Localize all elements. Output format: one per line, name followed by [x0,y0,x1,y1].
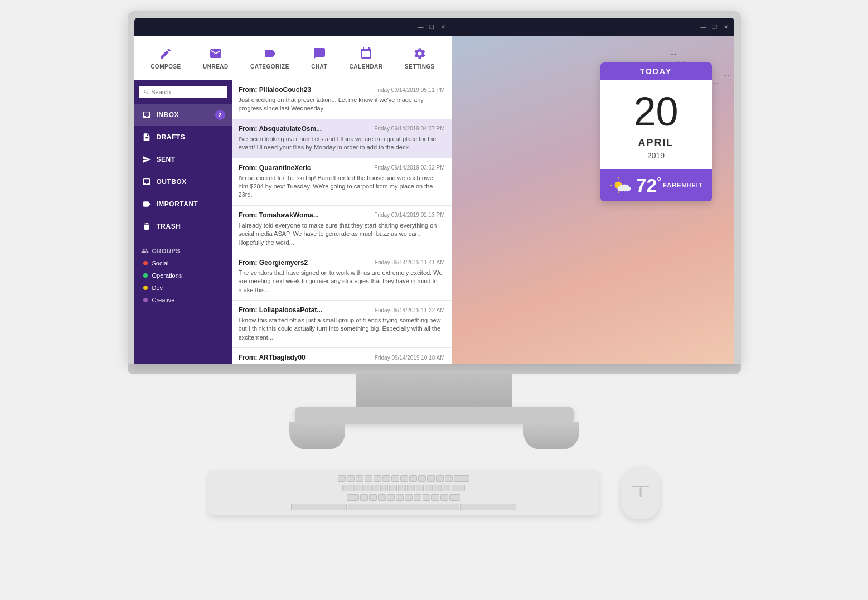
key [452,485,465,491]
chat-icon [312,46,327,61]
operations-label: Operations [152,272,182,279]
key-row-3 [214,494,593,501]
email-from: From: ARTbaglady00 [239,354,306,361]
stand-leg-right [523,422,579,449]
creative-dot [143,298,148,302]
sidebar-item-sent[interactable]: SENT [134,148,232,171]
compose-label: COMPOSE [151,64,181,70]
toolbar-settings[interactable]: SETTINGS [400,43,439,72]
email-item[interactable]: From: ARTbaglady00 Friday 09/14/2019 10:… [232,348,452,364]
search-input[interactable] [151,89,222,95]
weather-label: FARENHEIT [663,182,702,188]
key [423,494,430,501]
groups-section: GROUPS [134,243,232,257]
email-time: Friday 09/14/2019 05:11 PM [374,87,444,93]
toolbar-unread[interactable]: UNREAD [198,43,233,72]
minimize-button[interactable]: — [417,23,425,31]
email-titlebar: — ❐ ✕ [134,18,452,36]
key [338,475,346,482]
windows-row: — ❐ ✕ COMPOSE [134,18,734,364]
email-toolbar: COMPOSE UNREAD [134,36,452,80]
weather-temp: 72 [636,175,657,196]
compose-icon [158,46,173,61]
key [371,485,379,491]
maximize-button[interactable]: ❐ [428,23,436,31]
drafts-icon [141,132,152,143]
sent-icon [141,154,152,165]
key [360,494,368,501]
cal-today-label: TODAY [600,62,712,80]
toolbar-compose[interactable]: COMPOSE [146,43,186,72]
key [362,485,370,491]
search-box[interactable] [139,86,227,98]
desktop-maximize-button[interactable]: ❐ [711,23,719,31]
email-item[interactable]: From: TomahawkWoma... Friday 09/14/2019 … [232,206,452,253]
weather-temp-display: 72° [636,176,662,195]
sent-label: SENT [157,156,176,163]
important-icon [141,199,152,210]
keyboard-area [208,466,660,519]
inbox-icon [141,109,152,120]
key [407,485,415,491]
key [400,475,408,482]
desktop-minimize-button[interactable]: — [700,23,707,31]
stand-leg-left [289,422,345,449]
calendar-icon [358,46,374,61]
spacebar-right [460,504,516,510]
email-from: From: TomahawkWoma... [239,211,319,219]
key [416,485,424,491]
settings-label: SETTINGS [405,64,435,70]
sidebar-item-trash[interactable]: TRASH [134,215,232,238]
sidebar-item-important[interactable]: IMPORTANT [134,193,232,215]
toolbar-categorize[interactable]: CATEGORIZE [246,43,294,72]
key [409,475,417,482]
mouse [621,466,660,519]
email-item[interactable]: From: AbsquatulateOsm... Friday 09/14/20… [232,119,452,158]
email-from: From: AbsquatulateOsm... [239,125,322,133]
key [378,494,386,501]
sidebar-item-drafts[interactable]: DRAFTS [134,126,232,148]
email-time: Friday 09/14/2019 11:41 AM [375,259,445,265]
group-operations[interactable]: Operations [134,269,232,282]
key-row-1 [214,475,593,482]
email-list: From: PillalooCouch23 Friday 09/14/2019 … [232,80,452,364]
keyboard [208,471,599,515]
email-preview: I've been looking over numbers and I thi… [239,135,445,152]
group-creative[interactable]: Creative [134,294,232,306]
group-dev[interactable]: Dev [134,282,232,294]
close-button[interactable]: ✕ [439,23,447,31]
toolbar-chat[interactable]: CHAT [307,43,332,72]
key [353,485,361,491]
sidebar-item-inbox[interactable]: INBOX 2 [134,104,232,126]
monitor-stand-legs [289,422,579,449]
email-preview: I know this started off as just a small … [239,316,445,342]
key [347,475,355,482]
toolbar-calendar[interactable]: CALENDAR [345,43,387,72]
key [449,494,460,501]
key [418,475,426,482]
key [443,485,450,491]
desktop-titlebar: — ❐ ✕ [452,18,734,36]
inbox-label: INBOX [157,111,180,119]
key [396,494,404,501]
desktop-window: — ❐ ✕ [452,18,734,364]
desktop-close-button[interactable]: ✕ [722,23,730,31]
email-item[interactable]: From: PillalooCouch23 Friday 09/14/2019 … [232,80,452,119]
screen: — ❐ ✕ COMPOSE [134,18,734,364]
chat-label: CHAT [311,64,327,70]
sidebar-item-outbox[interactable]: OUTBOX [134,171,232,193]
email-item[interactable]: From: LollapaloosaPotat... Friday 09/14/… [232,301,452,348]
key [342,485,352,491]
key [374,475,381,482]
outbox-label: OUTBOX [157,178,187,186]
weather-unit: ° [657,175,661,187]
email-item[interactable]: From: QuarantineXeric Friday 09/14/2019 … [232,158,452,206]
email-time: Friday 09/14/2019 03:52 PM [374,164,444,171]
trash-icon [141,221,152,232]
email-item[interactable]: From: Georgiemyers2 Friday 09/14/2019 11… [232,253,452,301]
monitor-shell: — ❐ ✕ COMPOSE [128,11,741,519]
dev-dot [143,286,148,290]
key-row-4 [214,504,593,510]
creative-label: Creative [152,297,175,303]
group-social[interactable]: Social [134,257,232,269]
